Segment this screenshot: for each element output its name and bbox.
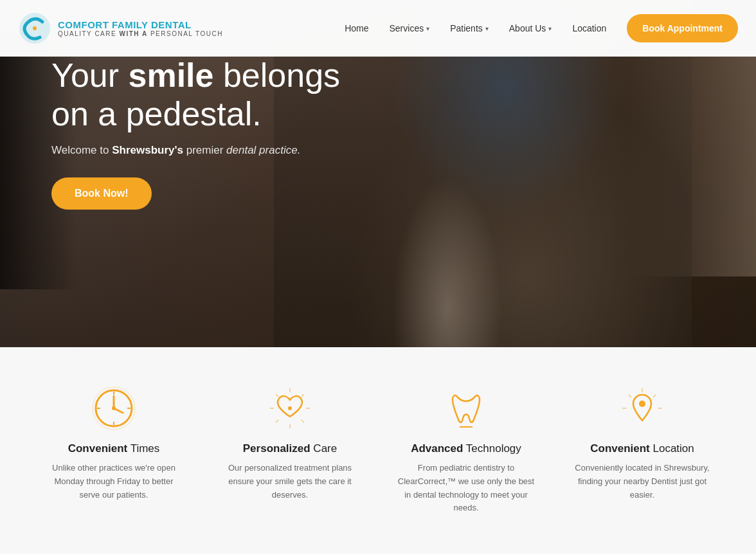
about-chevron: ▾ bbox=[548, 25, 552, 32]
nav-patients[interactable]: Patients ▾ bbox=[442, 18, 496, 39]
feature-location: Convenient Location Conveniently located… bbox=[572, 386, 713, 501]
feature-care-title: Personalized Care bbox=[243, 442, 337, 455]
main-nav: Home Services ▾ Patients ▾ About Us ▾ Lo… bbox=[337, 14, 738, 42]
feature-times: Convenient Times Unlike other practices … bbox=[43, 386, 184, 501]
services-chevron: ▾ bbox=[426, 25, 429, 32]
feature-location-desc: Conveniently located in Shrewsbury, find… bbox=[572, 462, 713, 501]
svg-point-26 bbox=[639, 401, 645, 407]
svg-line-18 bbox=[276, 420, 278, 422]
heart-icon bbox=[267, 386, 312, 431]
feature-care-desc: Our personalized treatment plans ensure … bbox=[219, 462, 361, 501]
pin-icon bbox=[620, 386, 665, 431]
svg-point-19 bbox=[288, 406, 292, 410]
logo-text: COMFORT FAMILY DENTAL QUALITY CARE WITH … bbox=[58, 19, 223, 37]
patients-chevron: ▾ bbox=[485, 25, 489, 32]
logo[interactable]: COMFORT FAMILY DENTAL QUALITY CARE WITH … bbox=[18, 12, 223, 45]
feature-tech-desc: From pediatric dentistry to ClearCorrect… bbox=[395, 462, 537, 515]
nav-location[interactable]: Location bbox=[564, 18, 614, 39]
nav-about[interactable]: About Us ▾ bbox=[501, 18, 560, 39]
features-section: Convenient Times Unlike other practices … bbox=[0, 347, 756, 554]
feature-tech: Advanced Technology From pediatric denti… bbox=[395, 386, 537, 515]
header: COMFORT FAMILY DENTAL QUALITY CARE WITH … bbox=[0, 0, 756, 57]
hero-subheading: Welcome to Shrewsbury's premier dental p… bbox=[51, 144, 360, 157]
nav-home[interactable]: Home bbox=[337, 18, 376, 39]
hero-book-button[interactable]: Book Now! bbox=[51, 177, 152, 210]
feature-care: Personalized Care Our personalized treat… bbox=[219, 386, 361, 501]
brand-name: COMFORT FAMILY DENTAL bbox=[58, 19, 223, 30]
tooth-icon bbox=[444, 386, 489, 431]
brand-tagline: QUALITY CARE WITH A PERSONAL TOUCH bbox=[58, 30, 223, 37]
feature-times-title: Convenient Times bbox=[68, 442, 160, 455]
svg-line-15 bbox=[276, 394, 278, 397]
nav-services[interactable]: Services ▾ bbox=[382, 18, 438, 39]
svg-point-1 bbox=[33, 26, 37, 30]
svg-line-16 bbox=[302, 420, 304, 422]
clock-icon bbox=[91, 386, 136, 431]
feature-tech-title: Advanced Technology bbox=[411, 442, 521, 455]
logo-icon bbox=[18, 12, 51, 45]
feature-location-title: Convenient Location bbox=[590, 442, 694, 455]
book-appointment-button[interactable]: Book Appointment bbox=[627, 14, 738, 42]
svg-line-17 bbox=[302, 394, 304, 397]
hero-headline: Your smile belongson a pedestal. bbox=[51, 57, 360, 134]
feature-times-desc: Unlike other practices we're open Monday… bbox=[43, 462, 184, 501]
svg-line-23 bbox=[629, 395, 631, 397]
svg-line-22 bbox=[653, 395, 656, 397]
svg-point-5 bbox=[112, 406, 116, 410]
